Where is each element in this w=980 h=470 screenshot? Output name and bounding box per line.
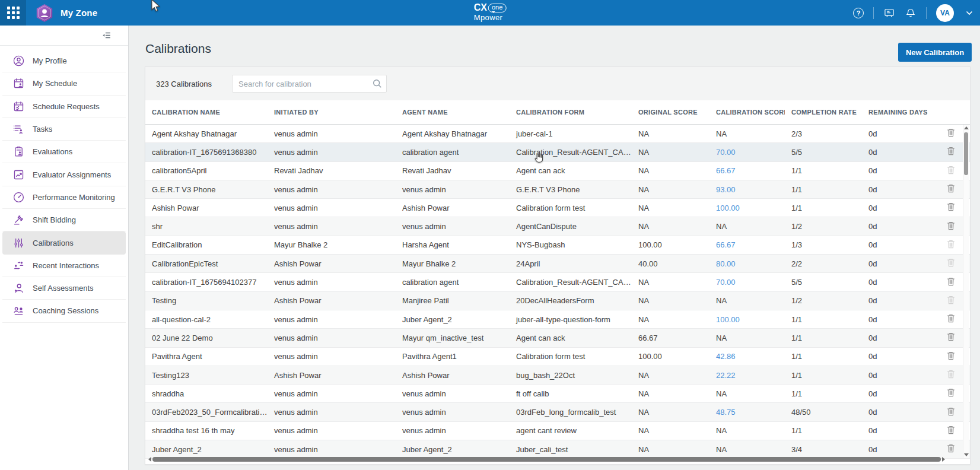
cell-calibration-form: 24April (510, 259, 632, 268)
cell-calibration-score-link[interactable]: 70.00 (709, 148, 785, 157)
table-row[interactable]: shraddhavenus adminvenus adminft off cal… (145, 385, 970, 403)
cell-original-score: 40.00 (632, 259, 709, 268)
table-row[interactable]: 03rdFeb2023_50_Formcalibratio...venus ad… (145, 403, 970, 421)
sidebar-item-evaluator-assignments[interactable]: Evaluator Assignments (2, 163, 126, 186)
table-row[interactable]: Testing123Ashish PowarAshish Powarbug_ba… (145, 366, 970, 385)
delete-trash-icon[interactable] (946, 425, 956, 435)
cell-calibration-score-link[interactable]: 93.00 (709, 185, 785, 194)
table-row[interactable]: all-question-cal-2venus adminJuber Agent… (145, 310, 970, 329)
delete-trash-icon[interactable] (946, 332, 956, 342)
table-row[interactable]: Pavithra Agentvenus adminPavithra Agent1… (145, 348, 970, 366)
sidebar: My ProfileMy ScheduleSchedule RequestsTa… (0, 26, 129, 470)
chevron-down-icon[interactable] (963, 7, 975, 19)
table-row[interactable]: Ashish Powarvenus adminAshish PowarCalib… (145, 199, 970, 217)
cell-calibration-score-link[interactable]: 100.00 (709, 204, 785, 212)
cell-agent-name: venus admin (396, 426, 510, 435)
horizontal-scrollbar[interactable] (148, 456, 945, 462)
sidebar-item-evaluations[interactable]: Evaluations (2, 141, 126, 163)
cell-calibration-score-link[interactable]: 70.00 (709, 278, 785, 287)
table-row[interactable]: shraddha test 16 th mayvenus adminvenus … (145, 422, 970, 440)
table-row[interactable]: TestingAshish PowarManjiree Patil20DecAl… (145, 292, 970, 310)
cell-calibration-score-link[interactable]: 42.86 (709, 352, 785, 361)
table-row[interactable]: shrvenus adminvenus adminAgentCanDispute… (145, 217, 970, 236)
scroll-right-icon[interactable] (942, 457, 945, 462)
delete-trash-icon[interactable] (946, 258, 956, 268)
sidebar-item-performance-monitoring[interactable]: Performance Monitoring (2, 186, 126, 209)
main-content: Calibrations New Calibration 323 Calibra… (129, 26, 980, 470)
training-screen-icon[interactable] (883, 7, 895, 19)
cxone-mpower-logo: CXone Mpower (474, 3, 507, 21)
delete-trash-icon[interactable] (946, 443, 956, 453)
cell-original-score: NA (632, 315, 709, 324)
notifications-bell-icon[interactable] (905, 7, 917, 19)
table-row[interactable]: Agent Akshay Bhatnagarvenus adminAgent A… (145, 125, 970, 143)
table-row[interactable]: calibration-IT_1675694102377venus adminc… (145, 273, 970, 291)
cell-calibration-score-link[interactable]: 66.67 (709, 166, 785, 175)
sidebar-item-self-assessments[interactable]: Self Assessments (2, 277, 126, 300)
delete-trash-icon[interactable] (946, 351, 956, 361)
new-calibration-button[interactable]: New Calibration (898, 43, 972, 62)
cell-calibration-name: shraddha (145, 389, 268, 398)
cell-completion-rate: 5/5 (785, 278, 862, 287)
my-zone-logo-icon (34, 3, 55, 23)
cell-agent-name: Harsha Agent (396, 240, 510, 249)
table-row[interactable]: calibration5AprilRevati JadhavRevati Jad… (145, 162, 970, 180)
cell-initiated-by: Mayur Bhalke 2 (268, 240, 396, 249)
table-row[interactable]: 02 June 22 Demovenus adminMayur qm_inact… (145, 329, 970, 347)
topbar-divider (926, 7, 927, 19)
sidebar-collapse-icon[interactable] (100, 29, 113, 42)
cell-calibration-score-link[interactable]: 48.75 (709, 408, 785, 417)
sidebar-item-schedule-requests[interactable]: Schedule Requests (2, 96, 126, 118)
delete-trash-icon[interactable] (946, 388, 956, 398)
vertical-scroll-thumb[interactable] (964, 132, 968, 175)
sidebar-item-shift-bidding[interactable]: Shift Bidding (2, 209, 126, 231)
sidebar-item-recent-interactions[interactable]: Recent Interactions (2, 255, 126, 277)
delete-trash-icon[interactable] (946, 277, 956, 287)
cell-actions (943, 443, 964, 455)
sidebar-item-my-schedule[interactable]: My Schedule (2, 72, 126, 95)
cell-calibration-score-link[interactable]: 66.67 (709, 240, 785, 249)
column-header: INITIATED BY (268, 109, 396, 116)
sidebar-item-coaching-sessions[interactable]: Coaching Sessions (2, 300, 126, 322)
horizontal-scroll-thumb[interactable] (152, 457, 941, 462)
delete-trash-icon[interactable] (946, 407, 956, 417)
delete-trash-icon[interactable] (946, 202, 956, 212)
delete-trash-icon[interactable] (946, 183, 956, 193)
app-switcher-button[interactable] (0, 0, 26, 26)
help-icon[interactable]: ? (853, 8, 864, 18)
delete-trash-icon[interactable] (946, 313, 956, 323)
user-avatar[interactable]: VA (936, 4, 954, 22)
table-toolbar: 323 Calibrations (145, 67, 970, 100)
sidebar-item-tasks[interactable]: Tasks (2, 118, 126, 141)
delete-trash-icon[interactable] (946, 295, 956, 305)
cell-calibration-score-link[interactable]: 100.00 (709, 315, 785, 324)
cell-agent-name: Juber Agent_2 (396, 445, 510, 454)
table-row[interactable]: G.E.R.T V3 Phonevenus adminvenus adminG.… (145, 180, 970, 199)
delete-trash-icon[interactable] (946, 221, 956, 231)
cell-calibration-score-link[interactable]: 80.00 (709, 259, 785, 268)
delete-trash-icon[interactable] (946, 165, 956, 175)
delete-trash-icon[interactable] (946, 128, 956, 138)
logo-one-bubble: one (488, 4, 506, 12)
delete-trash-icon[interactable] (946, 239, 956, 249)
delete-trash-icon[interactable] (946, 146, 956, 156)
scroll-up-icon[interactable] (964, 126, 969, 129)
cell-calibration-name: G.E.R.T V3 Phone (145, 185, 268, 194)
cell-remaining-days: 0d (862, 148, 943, 157)
cell-completion-rate: 2/2 (785, 259, 862, 268)
table-row[interactable]: calibration-IT_1675691368380venus adminc… (145, 143, 970, 161)
search-input[interactable] (232, 75, 387, 93)
delete-trash-icon[interactable] (946, 369, 956, 379)
sidebar-item-my-profile[interactable]: My Profile (2, 50, 126, 72)
table-row[interactable]: EditCalibrationMayur Bhalke 2Harsha Agen… (145, 236, 970, 255)
cell-actions (943, 202, 964, 214)
vertical-scrollbar[interactable] (963, 125, 969, 458)
cell-completion-rate: 1/1 (785, 185, 862, 194)
table-row[interactable]: CalibrationEpicTestAshish PowarMayur Bha… (145, 255, 970, 273)
evaluations-icon (12, 145, 25, 158)
cell-calibration-score-link[interactable]: 22.22 (709, 371, 785, 380)
sidebar-item-calibrations[interactable]: Calibrations (2, 231, 126, 254)
scroll-down-icon[interactable] (964, 453, 969, 456)
scroll-left-icon[interactable] (148, 457, 151, 462)
search-icon (372, 78, 383, 89)
